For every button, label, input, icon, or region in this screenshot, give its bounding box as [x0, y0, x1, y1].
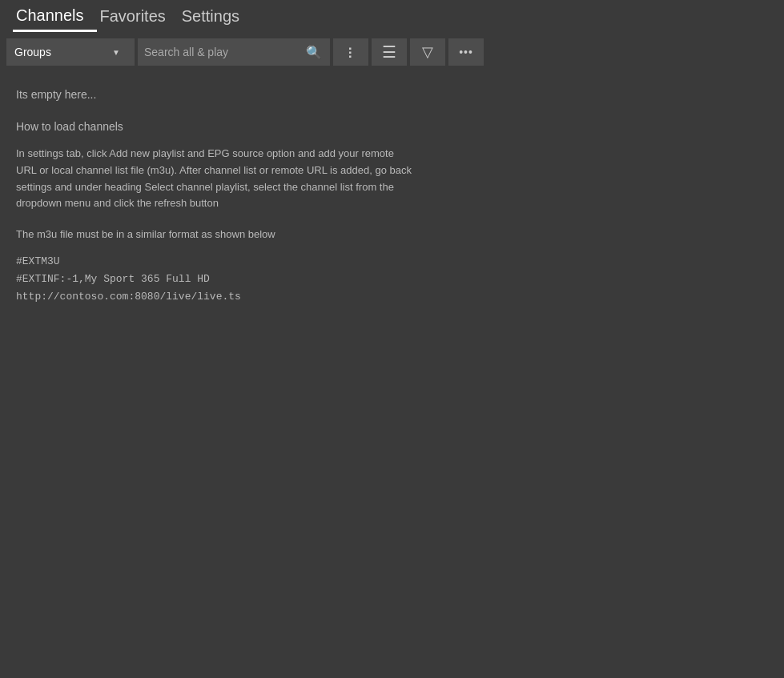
search-input[interactable]	[144, 46, 304, 58]
main-content: Its empty here... How to load channels I…	[0, 72, 784, 322]
m3u-line-1: #EXTM3U	[16, 253, 768, 271]
m3u-sample: #EXTM3U #EXTINF:-1,My Sport 365 Full HD …	[16, 253, 768, 306]
search-box: 🔍	[138, 38, 330, 66]
empty-label: Its empty here...	[16, 88, 768, 101]
search-icon-button[interactable]: 🔍	[304, 45, 324, 60]
m3u-line-3: http://contoso.com:8080/live/live.ts	[16, 288, 768, 306]
tab-settings[interactable]: Settings	[179, 4, 252, 32]
filter-button[interactable]: ▽	[410, 38, 445, 66]
top-nav: Channels Favorites Settings	[0, 0, 784, 32]
groups-dropdown[interactable]: Groups ▼	[6, 38, 135, 66]
more-options-button[interactable]: •••	[448, 38, 484, 66]
toolbar: Groups ▼ 🔍 ⫶ ☰ ▽ •••	[0, 32, 784, 72]
list-icon: ☰	[382, 42, 396, 62]
chevron-down-icon: ▼	[112, 48, 120, 57]
more-icon: •••	[459, 46, 473, 58]
filter-icon: ▽	[422, 43, 433, 61]
list-view-button[interactable]: ☰	[372, 38, 407, 66]
tab-channels[interactable]: Channels	[13, 3, 97, 32]
library-icon: ⫶	[346, 43, 356, 62]
instructions-text: In settings tab, click Add new playlist …	[16, 146, 416, 212]
groups-label: Groups	[14, 46, 51, 58]
tab-favorites[interactable]: Favorites	[97, 4, 179, 32]
m3u-note: The m3u file must be in a similar format…	[16, 228, 768, 240]
library-view-button[interactable]: ⫶	[333, 38, 368, 66]
how-to-load-label: How to load channels	[16, 120, 768, 133]
m3u-line-2: #EXTINF:-1,My Sport 365 Full HD	[16, 271, 768, 288]
